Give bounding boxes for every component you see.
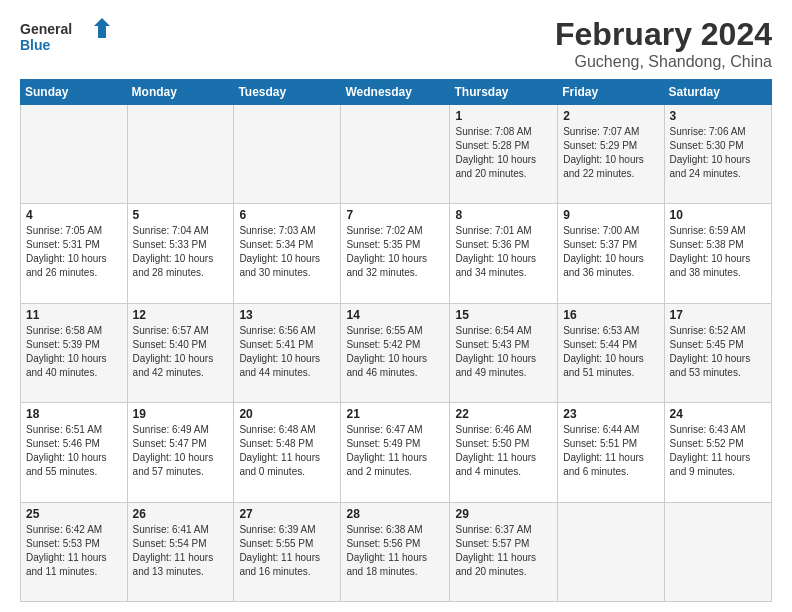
calendar-cell: 20Sunrise: 6:48 AMSunset: 5:48 PMDayligh… — [234, 403, 341, 502]
header-friday: Friday — [558, 80, 664, 105]
day-info: Sunrise: 6:38 AMSunset: 5:56 PMDaylight:… — [346, 523, 444, 579]
week-row-2: 4Sunrise: 7:05 AMSunset: 5:31 PMDaylight… — [21, 204, 772, 303]
header: General Blue February 2024 Gucheng, Shan… — [20, 16, 772, 71]
calendar-cell: 23Sunrise: 6:44 AMSunset: 5:51 PMDayligh… — [558, 403, 664, 502]
day-number: 16 — [563, 308, 658, 322]
calendar-cell — [664, 502, 771, 601]
day-info: Sunrise: 6:59 AMSunset: 5:38 PMDaylight:… — [670, 224, 766, 280]
day-info: Sunrise: 7:05 AMSunset: 5:31 PMDaylight:… — [26, 224, 122, 280]
day-number: 1 — [455, 109, 552, 123]
week-row-1: 1Sunrise: 7:08 AMSunset: 5:28 PMDaylight… — [21, 105, 772, 204]
calendar-cell: 8Sunrise: 7:01 AMSunset: 5:36 PMDaylight… — [450, 204, 558, 303]
calendar-cell: 3Sunrise: 7:06 AMSunset: 5:30 PMDaylight… — [664, 105, 771, 204]
day-number: 6 — [239, 208, 335, 222]
calendar-cell: 13Sunrise: 6:56 AMSunset: 5:41 PMDayligh… — [234, 303, 341, 402]
calendar-cell: 25Sunrise: 6:42 AMSunset: 5:53 PMDayligh… — [21, 502, 128, 601]
day-info: Sunrise: 6:46 AMSunset: 5:50 PMDaylight:… — [455, 423, 552, 479]
svg-text:Blue: Blue — [20, 37, 51, 53]
calendar-cell: 11Sunrise: 6:58 AMSunset: 5:39 PMDayligh… — [21, 303, 128, 402]
day-info: Sunrise: 6:56 AMSunset: 5:41 PMDaylight:… — [239, 324, 335, 380]
day-info: Sunrise: 6:54 AMSunset: 5:43 PMDaylight:… — [455, 324, 552, 380]
calendar-cell: 12Sunrise: 6:57 AMSunset: 5:40 PMDayligh… — [127, 303, 234, 402]
calendar-cell: 22Sunrise: 6:46 AMSunset: 5:50 PMDayligh… — [450, 403, 558, 502]
day-info: Sunrise: 6:52 AMSunset: 5:45 PMDaylight:… — [670, 324, 766, 380]
day-number: 29 — [455, 507, 552, 521]
day-number: 5 — [133, 208, 229, 222]
calendar-cell: 5Sunrise: 7:04 AMSunset: 5:33 PMDaylight… — [127, 204, 234, 303]
week-row-4: 18Sunrise: 6:51 AMSunset: 5:46 PMDayligh… — [21, 403, 772, 502]
week-row-3: 11Sunrise: 6:58 AMSunset: 5:39 PMDayligh… — [21, 303, 772, 402]
calendar-cell: 9Sunrise: 7:00 AMSunset: 5:37 PMDaylight… — [558, 204, 664, 303]
day-number: 22 — [455, 407, 552, 421]
day-number: 24 — [670, 407, 766, 421]
calendar-cell: 17Sunrise: 6:52 AMSunset: 5:45 PMDayligh… — [664, 303, 771, 402]
day-number: 3 — [670, 109, 766, 123]
calendar-cell — [127, 105, 234, 204]
day-info: Sunrise: 6:41 AMSunset: 5:54 PMDaylight:… — [133, 523, 229, 579]
day-number: 7 — [346, 208, 444, 222]
calendar-cell: 16Sunrise: 6:53 AMSunset: 5:44 PMDayligh… — [558, 303, 664, 402]
calendar-cell: 6Sunrise: 7:03 AMSunset: 5:34 PMDaylight… — [234, 204, 341, 303]
day-info: Sunrise: 6:58 AMSunset: 5:39 PMDaylight:… — [26, 324, 122, 380]
day-info: Sunrise: 6:49 AMSunset: 5:47 PMDaylight:… — [133, 423, 229, 479]
day-info: Sunrise: 6:48 AMSunset: 5:48 PMDaylight:… — [239, 423, 335, 479]
calendar-cell: 27Sunrise: 6:39 AMSunset: 5:55 PMDayligh… — [234, 502, 341, 601]
sub-title: Gucheng, Shandong, China — [555, 53, 772, 71]
day-number: 14 — [346, 308, 444, 322]
calendar-cell: 24Sunrise: 6:43 AMSunset: 5:52 PMDayligh… — [664, 403, 771, 502]
calendar-cell: 28Sunrise: 6:38 AMSunset: 5:56 PMDayligh… — [341, 502, 450, 601]
svg-marker-2 — [94, 18, 110, 38]
header-monday: Monday — [127, 80, 234, 105]
calendar-page: General Blue February 2024 Gucheng, Shan… — [0, 0, 792, 612]
header-tuesday: Tuesday — [234, 80, 341, 105]
day-number: 20 — [239, 407, 335, 421]
day-number: 26 — [133, 507, 229, 521]
calendar-cell: 1Sunrise: 7:08 AMSunset: 5:28 PMDaylight… — [450, 105, 558, 204]
calendar-cell: 10Sunrise: 6:59 AMSunset: 5:38 PMDayligh… — [664, 204, 771, 303]
day-number: 13 — [239, 308, 335, 322]
day-info: Sunrise: 6:53 AMSunset: 5:44 PMDaylight:… — [563, 324, 658, 380]
day-number: 21 — [346, 407, 444, 421]
svg-text:General: General — [20, 21, 72, 37]
day-number: 19 — [133, 407, 229, 421]
day-number: 11 — [26, 308, 122, 322]
day-info: Sunrise: 6:44 AMSunset: 5:51 PMDaylight:… — [563, 423, 658, 479]
logo-svg: General Blue — [20, 16, 110, 60]
day-info: Sunrise: 6:43 AMSunset: 5:52 PMDaylight:… — [670, 423, 766, 479]
header-sunday: Sunday — [21, 80, 128, 105]
calendar-cell — [21, 105, 128, 204]
calendar-cell — [234, 105, 341, 204]
day-info: Sunrise: 7:00 AMSunset: 5:37 PMDaylight:… — [563, 224, 658, 280]
calendar-cell: 18Sunrise: 6:51 AMSunset: 5:46 PMDayligh… — [21, 403, 128, 502]
main-title: February 2024 — [555, 16, 772, 53]
day-info: Sunrise: 7:08 AMSunset: 5:28 PMDaylight:… — [455, 125, 552, 181]
day-number: 10 — [670, 208, 766, 222]
day-number: 27 — [239, 507, 335, 521]
title-block: February 2024 Gucheng, Shandong, China — [555, 16, 772, 71]
day-number: 15 — [455, 308, 552, 322]
calendar-table: SundayMondayTuesdayWednesdayThursdayFrid… — [20, 79, 772, 602]
day-info: Sunrise: 7:04 AMSunset: 5:33 PMDaylight:… — [133, 224, 229, 280]
calendar-cell: 19Sunrise: 6:49 AMSunset: 5:47 PMDayligh… — [127, 403, 234, 502]
day-number: 12 — [133, 308, 229, 322]
day-info: Sunrise: 6:39 AMSunset: 5:55 PMDaylight:… — [239, 523, 335, 579]
day-info: Sunrise: 6:51 AMSunset: 5:46 PMDaylight:… — [26, 423, 122, 479]
header-wednesday: Wednesday — [341, 80, 450, 105]
day-number: 28 — [346, 507, 444, 521]
day-number: 23 — [563, 407, 658, 421]
day-number: 2 — [563, 109, 658, 123]
logo: General Blue — [20, 16, 110, 60]
day-info: Sunrise: 7:07 AMSunset: 5:29 PMDaylight:… — [563, 125, 658, 181]
day-number: 18 — [26, 407, 122, 421]
day-info: Sunrise: 6:42 AMSunset: 5:53 PMDaylight:… — [26, 523, 122, 579]
calendar-cell: 14Sunrise: 6:55 AMSunset: 5:42 PMDayligh… — [341, 303, 450, 402]
calendar-cell: 15Sunrise: 6:54 AMSunset: 5:43 PMDayligh… — [450, 303, 558, 402]
header-thursday: Thursday — [450, 80, 558, 105]
calendar-cell: 2Sunrise: 7:07 AMSunset: 5:29 PMDaylight… — [558, 105, 664, 204]
calendar-cell: 21Sunrise: 6:47 AMSunset: 5:49 PMDayligh… — [341, 403, 450, 502]
calendar-cell: 4Sunrise: 7:05 AMSunset: 5:31 PMDaylight… — [21, 204, 128, 303]
day-info: Sunrise: 7:02 AMSunset: 5:35 PMDaylight:… — [346, 224, 444, 280]
calendar-cell — [558, 502, 664, 601]
calendar-cell — [341, 105, 450, 204]
day-info: Sunrise: 7:01 AMSunset: 5:36 PMDaylight:… — [455, 224, 552, 280]
